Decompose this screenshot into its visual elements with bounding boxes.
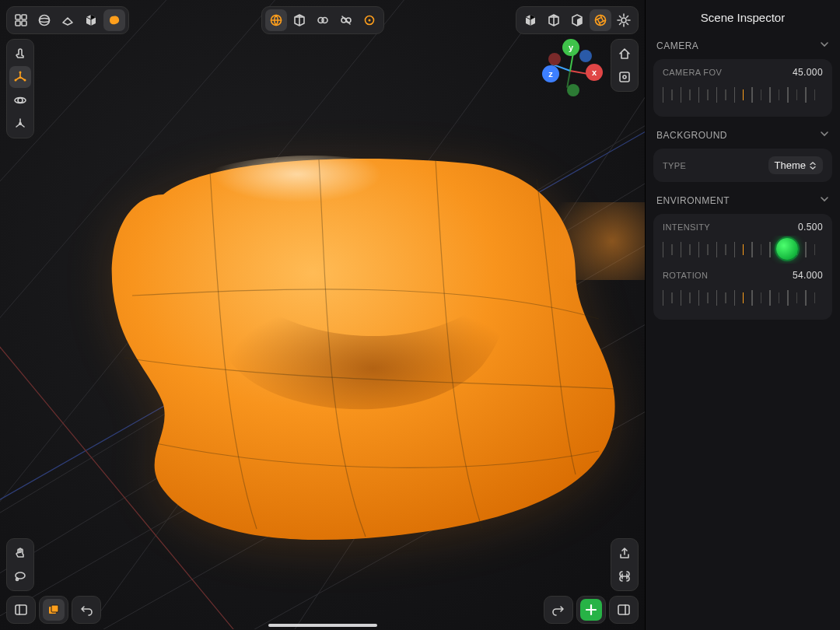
scene-inspector-panel: Scene Inspector CAMERA CAMERA FOV 45.000… (646, 0, 840, 630)
pan-hand-icon[interactable] (9, 542, 31, 564)
axis-gizmo[interactable]: x y z (539, 39, 601, 101)
shading-mat-icon[interactable] (566, 9, 588, 31)
panel-right-group (609, 596, 639, 624)
top-right-toolbar (516, 6, 639, 34)
apps-icon[interactable] (10, 9, 32, 31)
background-type-label: TYPE (663, 161, 686, 170)
shading-solid-icon[interactable] (520, 9, 541, 31)
primitive-blob-icon[interactable] (103, 9, 125, 31)
viewport-3d[interactable]: x y z (0, 0, 646, 630)
axis-z-neg-handle[interactable] (579, 50, 592, 62)
svg-point-44 (623, 75, 626, 79)
chevron-down-icon (820, 129, 829, 141)
svg-rect-41 (618, 605, 629, 614)
left-upper-toolbar (6, 39, 34, 138)
svg-point-21 (322, 18, 327, 23)
scene-object-blob[interactable] (78, 140, 622, 544)
redo-icon[interactable] (548, 599, 569, 621)
axis-y-neg-handle[interactable] (567, 84, 579, 96)
svg-rect-37 (16, 605, 26, 614)
undo-icon[interactable] (75, 599, 97, 621)
primitive-plane-icon[interactable] (57, 9, 79, 31)
panel-title: Scene Inspector (646, 0, 840, 35)
add-object-icon[interactable] (580, 599, 602, 621)
axis-x-handle[interactable]: x (586, 64, 603, 81)
orbit-icon[interactable] (9, 89, 31, 111)
right-nav-toolbar (611, 39, 639, 92)
gizmo-cube-icon[interactable] (289, 9, 310, 31)
svg-point-34 (19, 122, 22, 125)
axis-local-icon[interactable] (9, 66, 31, 88)
svg-point-12 (171, 156, 451, 249)
undo-group (72, 596, 101, 624)
env-intensity-label: INTENSITY (663, 222, 710, 232)
env-rotation-value[interactable]: 54.000 (793, 270, 823, 281)
environment-section: ENVIRONMENT INTENSITY 0.500 ROTATION 54.… (653, 190, 832, 320)
gizmo-chain-icon[interactable] (312, 9, 334, 31)
svg-point-30 (15, 79, 17, 82)
svg-point-31 (24, 79, 26, 82)
chevron-down-icon (820, 194, 829, 206)
env-rotation-label: ROTATION (663, 271, 708, 280)
panel-left-group (6, 596, 36, 624)
top-center-toolbar (261, 6, 384, 34)
axis-x-neg-handle[interactable] (548, 53, 561, 65)
axis-y-handle[interactable]: y (562, 39, 579, 56)
touch-icon[interactable] (9, 43, 31, 65)
axis-z-handle[interactable]: z (542, 65, 559, 82)
layers-icon[interactable] (43, 599, 65, 621)
svg-point-26 (368, 19, 370, 22)
shortcuts-icon[interactable] (614, 565, 635, 587)
environment-section-header[interactable]: ENVIRONMENT (653, 190, 832, 211)
svg-point-17 (40, 16, 50, 26)
svg-rect-15 (16, 21, 20, 26)
shading-wire-icon[interactable] (543, 9, 565, 31)
frame-view-icon[interactable] (614, 66, 635, 88)
home-view-icon[interactable] (614, 43, 635, 65)
env-intensity-value[interactable]: 0.500 (798, 222, 823, 233)
camera-fov-slider[interactable] (663, 81, 823, 109)
svg-rect-40 (51, 605, 58, 612)
camera-fov-value[interactable]: 45.000 (793, 67, 823, 78)
svg-rect-43 (620, 72, 629, 82)
background-section-label: BACKGROUND (656, 130, 727, 141)
origin-icon[interactable] (9, 113, 31, 135)
layers-group (39, 596, 68, 624)
environment-section-label: ENVIRONMENT (656, 195, 730, 206)
share-icon[interactable] (614, 542, 635, 564)
svg-point-29 (19, 72, 22, 74)
svg-point-32 (18, 98, 23, 103)
svg-point-27 (596, 16, 606, 26)
left-lower-toolbar (6, 538, 34, 591)
slider-knob[interactable] (776, 238, 798, 260)
svg-point-18 (40, 19, 50, 23)
env-intensity-slider[interactable] (663, 236, 823, 264)
panel-left-icon[interactable] (10, 599, 32, 621)
svg-rect-13 (16, 15, 20, 19)
top-left-toolbar (6, 6, 129, 34)
primitive-sphere-icon[interactable] (33, 9, 55, 31)
background-section: BACKGROUND TYPE Theme (653, 124, 832, 182)
camera-section-label: CAMERA (656, 40, 698, 51)
lasso-icon[interactable] (9, 565, 31, 587)
home-indicator (268, 624, 377, 627)
svg-rect-14 (22, 15, 26, 19)
chevron-down-icon (820, 40, 829, 51)
gizmo-world-icon[interactable] (265, 9, 287, 31)
settings-icon[interactable] (613, 9, 635, 31)
camera-section-header[interactable]: CAMERA (653, 35, 832, 56)
svg-rect-16 (22, 21, 26, 26)
camera-fov-label: CAMERA FOV (663, 68, 722, 77)
gizmo-target-icon[interactable] (359, 9, 380, 31)
gizmo-chain-x-icon[interactable] (335, 9, 357, 31)
panel-right-icon[interactable] (613, 599, 635, 621)
svg-point-28 (621, 18, 626, 23)
render-icon[interactable] (590, 9, 611, 31)
background-type-select[interactable]: Theme (768, 156, 823, 174)
background-section-header[interactable]: BACKGROUND (653, 124, 832, 145)
primitive-cube-icon[interactable] (80, 9, 102, 31)
add-group (576, 596, 606, 624)
camera-section: CAMERA CAMERA FOV 45.000 (653, 35, 832, 117)
select-arrows-icon (809, 161, 817, 170)
env-rotation-slider[interactable] (663, 284, 823, 312)
